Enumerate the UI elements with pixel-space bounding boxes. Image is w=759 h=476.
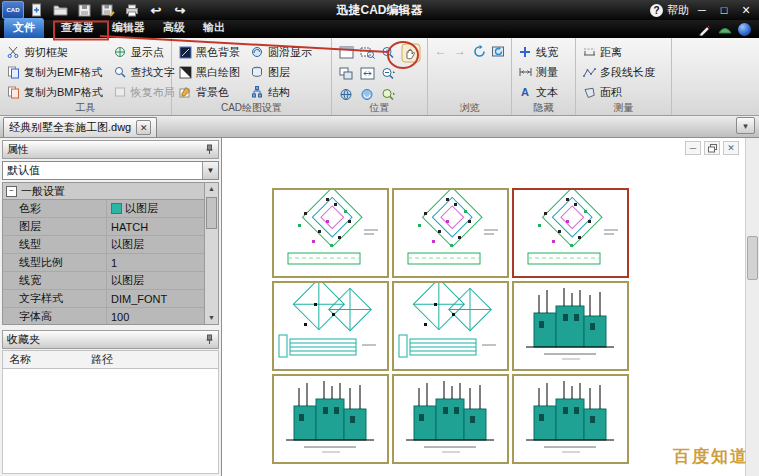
show-point-button[interactable]: 显示点 <box>111 42 177 62</box>
ribbon-toolbar: 剪切框架 复制为EMF格式 复制为BMP格式 显示点 查找文 <box>0 38 759 116</box>
save-as-icon[interactable] <box>98 2 118 18</box>
scroll-down-icon[interactable]: ▼ <box>205 312 218 324</box>
new-file-icon[interactable] <box>26 2 46 18</box>
property-value[interactable]: 以图层 <box>106 272 218 289</box>
property-row-5[interactable]: 线宽以图层 <box>3 272 218 290</box>
pin-icon[interactable] <box>205 334 214 345</box>
bw-draw-button[interactable]: 黑白绘图 <box>176 62 242 82</box>
favorites-col-name[interactable]: 名称 <box>3 352 91 367</box>
favorites-col-path[interactable]: 路径 <box>91 352 113 367</box>
property-row-7[interactable]: 字体高100 <box>3 308 218 325</box>
copy-bmp-button[interactable]: 复制为BMP格式 <box>4 82 105 102</box>
close-button[interactable]: × <box>737 3 755 17</box>
help-label[interactable]: 帮助 <box>667 3 689 18</box>
document-tab[interactable]: 经典别墅全套施工图.dwg ✕ <box>3 117 157 137</box>
previous-view-icon[interactable] <box>336 42 356 62</box>
tile-windows-icon[interactable] <box>336 63 356 83</box>
property-section-label: 一般设置 <box>21 184 65 199</box>
minimize-button[interactable]: ─ <box>693 3 711 17</box>
drawing-thumbnail-9[interactable] <box>512 374 629 464</box>
drawing-thumbnail-1[interactable] <box>272 188 389 278</box>
preset-dropdown[interactable]: 默认值 ▼ <box>2 161 219 180</box>
mdi-minimize-icon[interactable]: ─ <box>685 141 701 155</box>
property-value[interactable]: HATCH <box>106 218 218 235</box>
tab-advanced[interactable]: 高级 <box>154 18 194 38</box>
theme-icon[interactable] <box>718 25 732 35</box>
undo-icon[interactable]: ↩ <box>146 2 166 18</box>
drawing-thumbnail-7[interactable] <box>272 374 389 464</box>
hide-measure-button[interactable]: 测量 <box>516 62 571 82</box>
collapse-section-icon[interactable]: − <box>6 186 17 197</box>
property-row-3[interactable]: 线型以图层 <box>3 236 218 254</box>
drawing-thumbnail-5[interactable] <box>392 281 509 371</box>
layers-button[interactable]: 图层 <box>248 62 314 82</box>
drawing-thumbnail-6[interactable] <box>512 281 629 371</box>
drawing-thumbnail-4[interactable] <box>272 281 389 371</box>
property-section-row[interactable]: − 一般设置 <box>3 183 218 200</box>
refresh-icon[interactable] <box>471 44 488 59</box>
measure-area-button[interactable]: 面积 <box>580 82 667 102</box>
property-grid-scrollbar[interactable]: ▲ ▼ <box>204 183 218 324</box>
property-row-4[interactable]: 线型比例1 <box>3 254 218 272</box>
bg-color-button[interactable]: 背景色 <box>176 82 242 102</box>
drawing-thumbnail-2[interactable] <box>392 188 509 278</box>
tab-editor[interactable]: 编辑器 <box>103 18 154 38</box>
zoom-in-icon[interactable] <box>378 42 398 62</box>
drawing-canvas[interactable]: ─ ✕ ◂ 百度知道 <box>223 138 759 476</box>
property-row-1[interactable]: 色彩以图层 <box>3 200 218 218</box>
tab-viewer[interactable]: 查看器 <box>52 18 103 38</box>
print-icon[interactable] <box>122 2 142 18</box>
find-text-button[interactable]: 查找文字 <box>111 62 177 82</box>
property-value[interactable]: 100 <box>106 308 218 325</box>
property-row-6[interactable]: 文字样式DIM_FONT <box>3 290 218 308</box>
property-value[interactable]: DIM_FONT <box>106 290 218 307</box>
pin-icon[interactable] <box>205 144 214 155</box>
structure-button[interactable]: 结构 <box>248 82 314 102</box>
drawing-thumbnail-3-selected[interactable] <box>512 188 629 278</box>
pan-hand-button[interactable] <box>400 42 422 64</box>
property-value[interactable]: 以图层 <box>106 200 218 217</box>
show-point-icon <box>113 45 127 59</box>
line-width-icon <box>518 45 532 59</box>
tab-output[interactable]: 输出 <box>194 18 234 38</box>
measure-distance-button[interactable]: 距离 <box>580 42 667 62</box>
canvas-scrollbar-thumb[interactable] <box>747 236 758 280</box>
bg-color-icon <box>178 85 192 99</box>
smooth-display-button[interactable]: 圆滑显示 <box>248 42 314 62</box>
fit-extents-icon[interactable] <box>357 63 377 83</box>
regen-icon[interactable] <box>490 44 507 59</box>
browser-icon[interactable] <box>738 23 751 36</box>
black-bg-icon <box>178 45 192 59</box>
favorites-list[interactable] <box>2 369 219 474</box>
pen-style-icon[interactable] <box>698 24 712 36</box>
property-value[interactable]: 以图层 <box>106 236 218 253</box>
mdi-close-icon[interactable]: ✕ <box>723 141 739 155</box>
chevron-down-icon[interactable]: ▼ <box>202 162 218 179</box>
document-tab-title: 经典别墅全套施工图.dwg <box>9 120 131 135</box>
copy-emf-button[interactable]: 复制为EMF格式 <box>4 62 105 82</box>
structure-icon <box>250 85 264 99</box>
canvas-scrollbar[interactable] <box>745 138 759 476</box>
property-label: 图层 <box>3 218 106 235</box>
save-icon[interactable] <box>74 2 94 18</box>
zoom-window-icon[interactable] <box>357 42 377 62</box>
measure-polyline-button[interactable]: 多段线长度 <box>580 62 667 82</box>
hide-linewidth-button[interactable]: 线宽 <box>516 42 571 62</box>
scrollbar-thumb[interactable] <box>206 197 217 229</box>
black-bg-button[interactable]: 黑色背景 <box>176 42 242 62</box>
open-folder-icon[interactable] <box>50 2 70 18</box>
window-list-button[interactable]: ▾ <box>736 117 755 134</box>
property-row-2[interactable]: 图层HATCH <box>3 218 218 236</box>
tab-file[interactable]: 文件 <box>4 18 44 38</box>
cut-frame-button[interactable]: 剪切框架 <box>4 42 105 62</box>
scroll-up-icon[interactable]: ▲ <box>205 183 218 195</box>
maximize-button[interactable]: □ <box>715 3 733 17</box>
property-value[interactable]: 1 <box>106 254 218 271</box>
drawing-thumbnail-8[interactable] <box>392 374 509 464</box>
mdi-restore-icon[interactable] <box>704 141 720 155</box>
document-tab-close-icon[interactable]: ✕ <box>136 120 151 135</box>
help-icon[interactable]: ? <box>650 4 663 17</box>
zoom-out-icon[interactable] <box>378 63 398 83</box>
redo-icon[interactable]: ↪ <box>170 2 190 18</box>
hide-text-button[interactable]: A 文本 <box>516 82 571 102</box>
